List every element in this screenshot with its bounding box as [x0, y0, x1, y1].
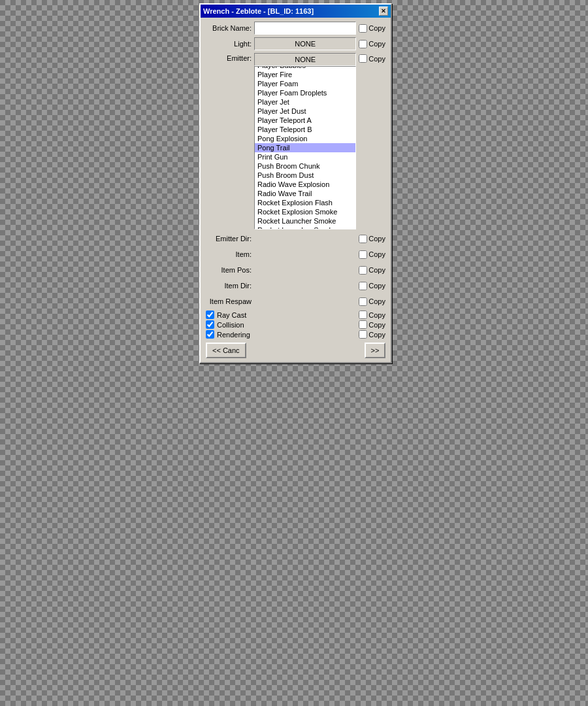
ray-cast-copy-group: Copy: [359, 311, 385, 319]
brick-name-label: Brick Name:: [206, 24, 252, 32]
item-pos-row: Item Pos: Copy: [206, 263, 385, 277]
emitter-list-item[interactable]: Player Teleport B: [255, 125, 355, 134]
rendering-row: Rendering Copy: [206, 330, 385, 339]
collision-checkbox[interactable]: [206, 320, 214, 329]
item-respawn-copy-label: Copy: [368, 297, 385, 305]
emitter-list-item[interactable]: Print Gun: [255, 152, 355, 161]
checkbox-section: Ray Cast Copy Collision Copy: [206, 311, 385, 339]
item-pos-copy-label: Copy: [368, 266, 385, 274]
brick-name-input[interactable]: [254, 22, 356, 35]
light-copy-checkbox[interactable]: [359, 40, 367, 48]
ray-cast-copy-label: Copy: [368, 311, 385, 319]
close-button[interactable]: ✕: [379, 7, 388, 16]
brick-name-row: Brick Name: Copy: [206, 22, 385, 35]
emitter-list-item[interactable]: Rocket Explosion Flash: [255, 198, 355, 207]
emitter-list-item[interactable]: Push Broom Chunk: [255, 161, 355, 171]
rendering-copy-checkbox[interactable]: [359, 330, 367, 339]
emitter-dir-copy-label: Copy: [368, 235, 385, 243]
item-respawn-label: Item Respaw: [206, 297, 252, 305]
emitter-list-item[interactable]: Rocket Launcher Smoke: [255, 216, 355, 226]
emitter-dir-label: Emitter Dir:: [206, 235, 252, 243]
light-row: Light: NONE Copy: [206, 37, 385, 50]
emitter-list-item[interactable]: Radio Wave Trail: [255, 189, 355, 198]
forward-button[interactable]: >>: [365, 343, 385, 358]
brick-name-copy-label: Copy: [368, 24, 385, 32]
emitter-copy-label: Copy: [368, 55, 385, 63]
emitter-copy-checkbox[interactable]: [359, 54, 367, 63]
rendering-copy-label: Copy: [368, 331, 385, 339]
light-control: NONE: [254, 37, 356, 50]
brick-name-copy-checkbox[interactable]: [359, 24, 367, 33]
collision-row: Collision Copy: [206, 320, 385, 329]
item-pos-copy-group: Copy: [359, 266, 385, 275]
window-title: Wrench - Zeblote - [BL_ID: 1163]: [203, 7, 314, 15]
collision-copy-checkbox[interactable]: [359, 320, 367, 329]
cancel-button[interactable]: << Canc: [206, 343, 246, 358]
emitter-row: Emitter: NONE Hammer SmokeHammer SparkHo…: [206, 53, 385, 229]
item-respawn-copy-checkbox[interactable]: [359, 297, 367, 306]
emitter-list-item[interactable]: Pong Trail: [255, 143, 355, 152]
ray-cast-checkbox[interactable]: [206, 311, 214, 319]
emitter-list-item[interactable]: Player Foam Droplets: [255, 88, 355, 97]
item-dir-copy-group: Copy: [359, 282, 385, 290]
item-copy-checkbox[interactable]: [359, 250, 367, 259]
light-label: Light:: [206, 40, 252, 48]
emitter-list-item[interactable]: Radio Wave Explosion: [255, 180, 355, 189]
light-copy-group: Copy: [359, 40, 385, 48]
emitter-dir-row: Emitter Dir: Copy: [206, 232, 385, 245]
item-pos-copy-checkbox[interactable]: [359, 266, 367, 275]
rendering-label: Rendering: [217, 331, 250, 339]
item-dir-row: Item Dir: Copy: [206, 279, 385, 292]
rendering-copy-group: Copy: [359, 330, 385, 339]
emitter-dir-copy-group: Copy: [359, 235, 385, 243]
ray-cast-row: Ray Cast Copy: [206, 311, 385, 319]
buttons-row: << Canc >>: [206, 343, 385, 358]
ray-cast-copy-checkbox[interactable]: [359, 311, 367, 319]
emitter-list-item[interactable]: Rocket Explosion Smoke: [255, 207, 355, 216]
emitter-list-item[interactable]: Rocket Launcher Spark: [255, 226, 355, 229]
item-pos-label: Item Pos:: [206, 266, 252, 274]
emitter-label: Emitter:: [206, 53, 252, 62]
window-body: Brick Name: Copy Light: NONE Copy: [201, 18, 391, 362]
item-respawn-copy-group: Copy: [359, 297, 385, 306]
light-copy-label: Copy: [368, 40, 385, 48]
emitter-list-item[interactable]: Player Fire: [255, 70, 355, 79]
light-dropdown[interactable]: NONE: [254, 37, 356, 50]
emitter-list-item[interactable]: Pong Explosion: [255, 134, 355, 143]
item-respawn-row: Item Respaw Copy: [206, 295, 385, 308]
rendering-checkbox[interactable]: [206, 330, 214, 339]
emitter-list-item[interactable]: Player Teleport A: [255, 116, 355, 125]
emitter-list-item[interactable]: Player Foam: [255, 79, 355, 88]
item-row: Item: Copy: [206, 248, 385, 261]
title-bar: Wrench - Zeblote - [BL_ID: 1163] ✕: [201, 5, 391, 18]
main-window: Wrench - Zeblote - [BL_ID: 1163] ✕ Brick…: [199, 3, 392, 363]
emitter-dropdown[interactable]: NONE: [254, 53, 356, 66]
emitter-copy-group: Copy: [359, 53, 385, 63]
collision-label: Collision: [217, 321, 244, 329]
item-dir-copy-checkbox[interactable]: [359, 282, 367, 290]
brick-name-copy-group: Copy: [359, 24, 385, 33]
emitter-list-item[interactable]: Player Jet Dust: [255, 107, 355, 116]
item-copy-label: Copy: [368, 250, 385, 258]
collision-copy-label: Copy: [368, 321, 385, 329]
emitter-list-item[interactable]: Player Jet: [255, 97, 355, 107]
emitter-dir-copy-checkbox[interactable]: [359, 235, 367, 243]
item-dir-label: Item Dir:: [206, 282, 252, 290]
item-dir-copy-label: Copy: [368, 282, 385, 290]
collision-copy-group: Copy: [359, 320, 385, 329]
emitter-control: NONE Hammer SmokeHammer SparkHorse Ray C…: [254, 53, 356, 229]
item-label: Item:: [206, 250, 252, 258]
item-copy-group: Copy: [359, 250, 385, 259]
emitter-listbox[interactable]: Hammer SmokeHammer SparkHorse Ray Charge…: [254, 66, 356, 229]
emitter-list-item[interactable]: Push Broom Dust: [255, 171, 355, 180]
ray-cast-label: Ray Cast: [217, 311, 246, 319]
brick-name-control: [254, 22, 356, 35]
